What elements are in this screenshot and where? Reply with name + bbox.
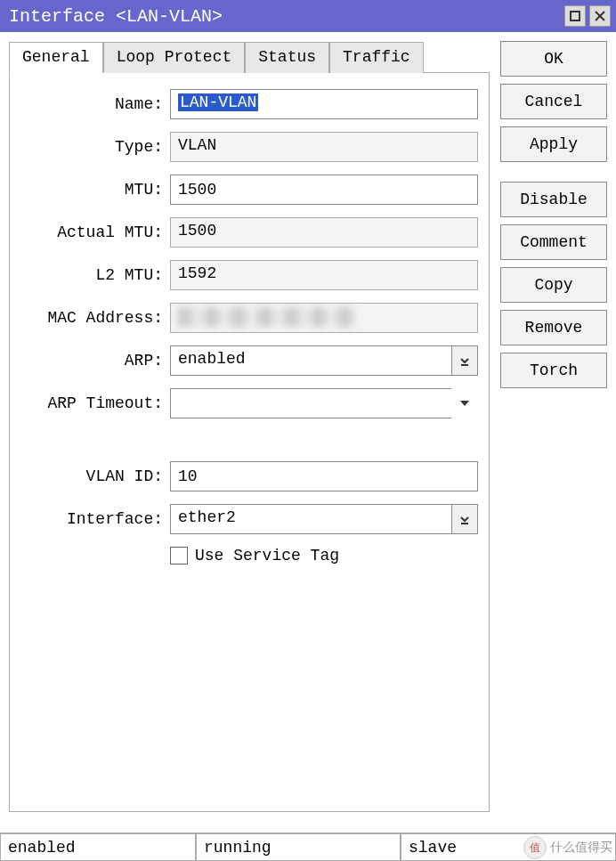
arp-select[interactable]: enabled xyxy=(170,345,452,376)
mtu-label: MTU: xyxy=(20,181,163,199)
arp-timeout-label: ARP Timeout: xyxy=(20,394,163,412)
status-running: running xyxy=(196,833,401,861)
svg-marker-4 xyxy=(460,401,469,406)
chevron-down-icon xyxy=(459,355,470,366)
type-label: Type: xyxy=(20,138,163,156)
apply-button[interactable]: Apply xyxy=(500,126,607,162)
svg-rect-0 xyxy=(571,12,580,20)
actual-mtu-label: Actual MTU: xyxy=(20,223,163,241)
arp-timeout-dropdown-button[interactable] xyxy=(451,388,478,418)
arp-dropdown-button[interactable] xyxy=(451,345,478,376)
close-button[interactable] xyxy=(589,5,611,27)
status-bar: enabled running slave xyxy=(0,833,616,861)
tab-bar: General Loop Protect Status Traffic xyxy=(9,41,490,73)
interface-label: Interface: xyxy=(20,510,163,528)
torch-button[interactable]: Torch xyxy=(500,353,607,388)
close-icon xyxy=(595,11,605,21)
arp-label: ARP: xyxy=(20,352,163,370)
vlan-id-label: VLAN ID: xyxy=(20,467,163,485)
use-service-tag-label: Use Service Tag xyxy=(195,547,339,565)
copy-button[interactable]: Copy xyxy=(500,267,607,303)
tab-traffic[interactable]: Traffic xyxy=(329,42,424,73)
remove-button[interactable]: Remove xyxy=(500,310,607,345)
name-label: Name: xyxy=(20,95,163,113)
comment-button[interactable]: Comment xyxy=(500,224,607,260)
l2-mtu-label: L2 MTU: xyxy=(20,266,163,284)
l2-mtu-field: 1592 xyxy=(170,260,478,290)
chevron-down-icon xyxy=(459,514,470,524)
arp-timeout-input[interactable] xyxy=(170,388,452,418)
window-title: Interface <LAN-VLAN> xyxy=(5,6,561,27)
interface-dropdown-button[interactable] xyxy=(451,504,478,534)
tab-status[interactable]: Status xyxy=(245,42,329,73)
mac-label: MAC Address: xyxy=(20,309,163,327)
cancel-button[interactable]: Cancel xyxy=(500,84,607,119)
tab-loop-protect[interactable]: Loop Protect xyxy=(103,42,246,73)
minimize-button[interactable] xyxy=(564,5,586,27)
interface-select[interactable]: ether2 xyxy=(170,504,452,534)
tab-general[interactable]: General xyxy=(9,42,103,73)
minimize-icon xyxy=(570,11,580,21)
ok-button[interactable]: OK xyxy=(500,41,607,77)
mac-field xyxy=(170,303,478,333)
name-input[interactable]: LAN-VLAN xyxy=(170,89,478,119)
disable-button[interactable]: Disable xyxy=(500,182,607,217)
mac-redacted xyxy=(178,307,356,327)
tab-content: Name: LAN-VLAN Type: VLAN MTU: Actual MT… xyxy=(9,73,490,812)
actual-mtu-field: 1500 xyxy=(170,217,478,248)
chevron-down-icon xyxy=(458,397,471,410)
titlebar: Interface <LAN-VLAN> xyxy=(0,0,616,32)
use-service-tag-checkbox[interactable] xyxy=(170,547,188,565)
side-button-panel: OK Cancel Apply Disable Comment Copy Rem… xyxy=(500,41,607,812)
mtu-input[interactable] xyxy=(170,175,478,205)
type-field: VLAN xyxy=(170,132,478,162)
status-enabled: enabled xyxy=(0,833,196,861)
vlan-id-input[interactable] xyxy=(170,461,478,491)
status-slave: slave xyxy=(401,833,616,861)
